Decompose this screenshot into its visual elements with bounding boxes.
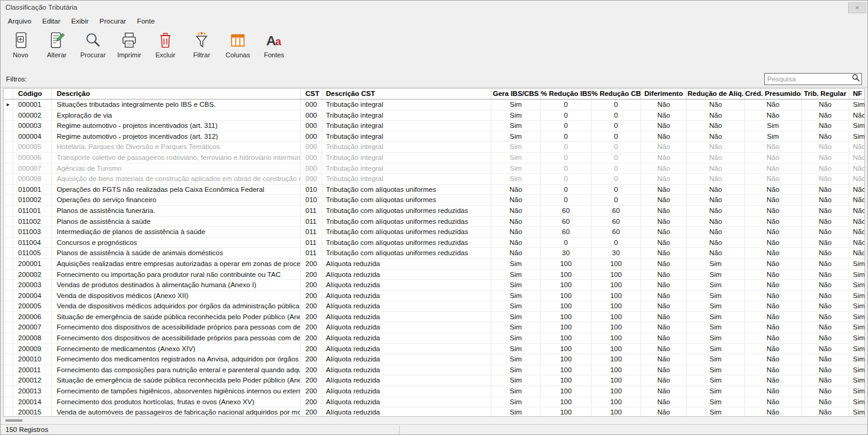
cell-diferimento: Não	[641, 259, 687, 269]
menu-editar[interactable]: Editar	[37, 16, 66, 27]
header-trib-regular[interactable]: Trib. Regular	[802, 89, 849, 99]
filter-button[interactable]: Filtrar	[187, 31, 217, 59]
cell-codigo: 010002	[13, 195, 52, 205]
table-row[interactable]: 011001 Planos de assistência funerária. …	[4, 206, 865, 217]
menu-exibir[interactable]: Exibir	[66, 16, 94, 27]
close-button[interactable]: ×	[848, 2, 866, 13]
table-row[interactable]: 000005 Hotelaria, Parques de Diversão e …	[4, 142, 865, 153]
cell-codigo: 000002	[13, 110, 52, 121]
cell-gera-ibs-cbs: Sim	[491, 333, 541, 343]
status-bar: 150 Registros	[1, 424, 867, 434]
delete-button[interactable]: Excluir	[150, 31, 180, 59]
cell-diferimento: Não	[641, 195, 687, 205]
cell-reducao-ibs: 100	[541, 365, 592, 375]
cell-codigo: 000007	[13, 164, 52, 174]
cell-descricao: Fornecimento dos dispositivos de acessib…	[52, 333, 301, 343]
header-nf[interactable]: NF	[849, 89, 865, 99]
table-row[interactable]: 000002 Exploração de via 000 Tributação …	[4, 110, 865, 121]
cell-cred-presumido: Sim	[745, 121, 802, 131]
table-row[interactable]: 200006 Situação de emergência de saúde p…	[4, 312, 865, 323]
new-button[interactable]: Novo	[5, 31, 36, 59]
menu-procurar[interactable]: Procurar	[94, 16, 132, 27]
cell-diferimento: Não	[641, 100, 687, 110]
table-row[interactable]: 200009 Fornecimento de medicamentos (Ane…	[4, 344, 865, 355]
table-row[interactable]: 200003 Vendas de produtos destinados à a…	[4, 280, 865, 291]
table-row[interactable]: 011005 Planos de assistência à saúde de …	[4, 248, 865, 259]
table-row[interactable]: 200007 Fornecimento dos dispositivos de …	[4, 322, 865, 333]
scrollbar-thumb[interactable]	[5, 419, 22, 422]
cell-descricao: Regime automotivo - projetos incentivado…	[52, 132, 301, 142]
table-row[interactable]: 011004 Concursos e prognósticos 011 Trib…	[4, 238, 865, 249]
header-reducao-aliq[interactable]: Redução de Alíq.	[687, 89, 745, 99]
table-row[interactable]: 200011 Fornecimento das composições para…	[4, 365, 865, 376]
menu-arquivo[interactable]: Arquivo	[2, 16, 37, 27]
cell-cst: 200	[301, 407, 322, 417]
cell-diferimento: Não	[641, 185, 687, 195]
cell-reducao-cbs: 100	[592, 365, 641, 375]
search-button[interactable]: Procurar	[78, 31, 108, 59]
table-row[interactable]: 200004 Venda de dispositivos médicos (An…	[4, 291, 865, 302]
tool-label: Colunas	[226, 51, 250, 59]
cell-reducao-cbs: 100	[592, 407, 641, 417]
cell-cred-presumido: Não	[745, 407, 802, 417]
table-row[interactable]: 200013 Fornecimento de tampões higiênico…	[4, 386, 865, 397]
cell-trib-regular: Não	[802, 322, 849, 332]
columns-button[interactable]: Colunas	[223, 31, 253, 59]
horizontal-scrollbar[interactable]	[3, 417, 865, 424]
table-row[interactable]: 010001 Operações do FGTS não realizadas …	[4, 185, 865, 195]
cell-cred-presumido: Não	[745, 386, 802, 396]
table-row[interactable]: 000004 Regime automotivo - projetos ince…	[4, 132, 865, 142]
table-row[interactable]: 010002 Operações do serviço financeiro 0…	[4, 195, 865, 206]
table-row[interactable]: 000006 Transporte coletivo de passageiro…	[4, 153, 865, 164]
header-gera-ibs-cbs[interactable]: Gera IBS/CBS	[491, 89, 541, 99]
table-row[interactable]: 200008 Fornecimento dos dispositivos de …	[4, 333, 865, 344]
cell-cst: 200	[301, 291, 322, 301]
cell-codigo: 200009	[13, 344, 52, 354]
header-cst[interactable]: CST	[301, 89, 322, 99]
header-descricao[interactable]: Descrição	[52, 89, 301, 99]
fonts-button[interactable]: Aa Fontes	[259, 31, 289, 59]
table-row[interactable]: 200014 Fornecimento dos produtos hortíco…	[4, 397, 865, 408]
cell-reducao-ibs: 0	[541, 100, 592, 110]
tool-label: Imprimir	[117, 51, 141, 59]
cell-diferimento: Não	[641, 164, 687, 174]
table-row[interactable]: ► 000001 Situações tributadas integralme…	[4, 100, 865, 110]
header-reducao-cbs[interactable]: % Redução CBS	[592, 89, 641, 99]
header-descricao-cst[interactable]: Descrição CST	[322, 89, 491, 99]
table-row[interactable]: 200002 Fornecimento ou importação para p…	[4, 270, 865, 281]
row-selector-cell	[4, 206, 13, 216]
table-row[interactable]: 011003 Intermediação de planos de assist…	[4, 227, 865, 238]
cell-diferimento: Não	[641, 142, 687, 152]
table-row[interactable]: 000003 Regime automotivo - projetos ince…	[4, 121, 865, 132]
header-cred-presumido[interactable]: Créd. Presumido	[745, 89, 802, 99]
cell-cst: 000	[301, 174, 322, 184]
table-row[interactable]: 200001 Aquisições realizadas entre empre…	[4, 259, 865, 270]
header-reducao-ibs[interactable]: % Redução IBS	[541, 89, 592, 99]
cell-reducao-ibs: 100	[541, 301, 592, 311]
row-selector-cell	[4, 132, 13, 142]
cell-codigo: 011002	[13, 217, 52, 227]
cell-trib-regular: Não	[802, 270, 849, 280]
menu-fonte[interactable]: Fonte	[132, 16, 160, 27]
table-row[interactable]: 000008 Aquisição de bens materiais de co…	[4, 174, 865, 185]
print-button[interactable]: Imprimir	[114, 31, 144, 59]
table-row[interactable]: 200015 Venda de automóveis de passageiro…	[4, 407, 865, 417]
table-row[interactable]: 200012 Situação de emergência de saúde p…	[4, 375, 865, 386]
table-row[interactable]: 200005 Venda de dispositivos médicos adq…	[4, 301, 865, 312]
table-row[interactable]: 011002 Planos de assistência à saúde 011…	[4, 217, 865, 227]
cell-gera-ibs-cbs: Sim	[491, 397, 541, 407]
cell-nf: Não	[849, 110, 865, 121]
header-diferimento[interactable]: Diferimento	[641, 89, 687, 99]
cell-codigo: 200002	[13, 270, 52, 280]
table-row[interactable]: 200010 Fornecimento dos medicamentos reg…	[4, 354, 865, 365]
cell-diferimento: Não	[641, 386, 687, 396]
table-row[interactable]: 000007 Agências de Turismo 000 Tributaçã…	[4, 164, 865, 174]
header-codigo[interactable]: Código	[13, 89, 52, 99]
cell-diferimento: Não	[641, 110, 687, 121]
edit-button[interactable]: Alterar	[42, 31, 72, 59]
magnifier-icon[interactable]	[852, 74, 861, 84]
search-input[interactable]	[765, 74, 852, 84]
cell-descricao-cst: Alíquota reduzida	[322, 365, 491, 375]
cell-codigo: 200001	[13, 259, 52, 269]
cell-nf: Não	[849, 248, 865, 258]
